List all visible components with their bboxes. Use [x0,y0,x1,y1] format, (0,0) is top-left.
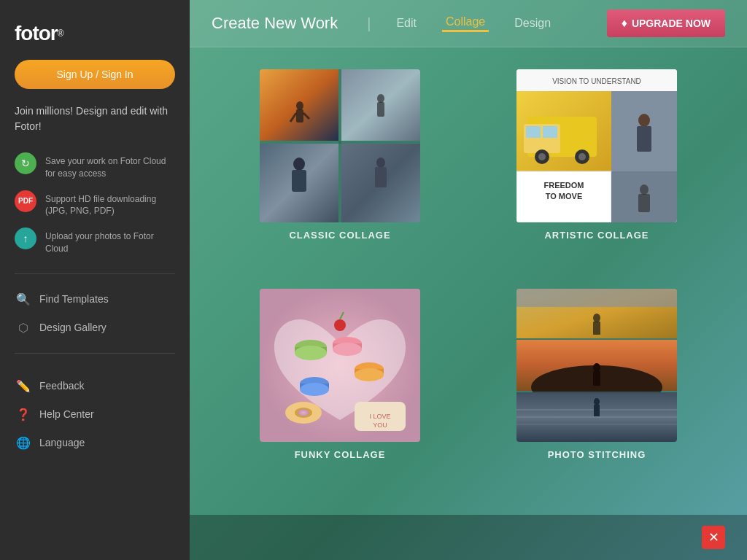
artistic-collage-label: ARTISTIC COLLAGE [544,230,649,241]
photo-stitching-image [516,289,677,442]
svg-point-30 [638,114,650,127]
svg-rect-69 [516,416,677,418]
sidebar-item-language[interactable]: 🌐 Language [7,429,182,457]
svg-point-44 [333,343,362,356]
close-button[interactable]: ✕ [702,526,725,549]
main-content: Create New Work | Edit Collage Design ♦ … [190,0,747,560]
artistic-collage-image: VISION TO UNDERSTAND [516,69,677,222]
svg-rect-16 [260,141,420,144]
feature-upload-text: Upload your photos to Fotor Cloud [45,228,175,255]
top-nav: Create New Work | Edit Collage Design ♦ … [190,0,747,47]
nav-collage[interactable]: Collage [442,15,489,32]
help-label: Help Center [39,408,94,420]
svg-rect-74 [516,391,677,392]
svg-rect-62 [593,322,600,335]
svg-point-13 [376,158,385,168]
svg-text:VISION TO UNDERSTAND: VISION TO UNDERSTAND [552,77,641,85]
divider-1 [15,273,175,274]
sidebar-item-label: Design Gallery [39,322,107,333]
photo-stitching-label: PHOTO STITCHING [548,449,646,460]
sidebar: fotor® Sign Up / Sign In Join millions! … [0,0,190,560]
signin-button[interactable]: Sign Up / Sign In [15,60,175,89]
sidebar-item-design-gallery[interactable]: ⬡ Design Gallery [7,314,182,342]
svg-point-61 [593,314,600,322]
logo-reg: ® [58,28,64,39]
logo: fotor [15,22,58,45]
svg-rect-14 [375,167,387,187]
upgrade-button[interactable]: ♦ UPGRADE NOW [607,9,725,37]
feature-upload: ↑ Upload your photos to Fotor Cloud [15,228,175,255]
upload-icon: ↑ [15,228,36,249]
artistic-collage-card[interactable]: VISION TO UNDERSTAND [476,69,718,274]
svg-rect-60 [516,289,677,307]
nav-separator: | [367,15,371,32]
help-icon: ❓ [16,408,31,421]
svg-point-2 [296,101,303,110]
svg-text:I LOVE: I LOVE [369,413,390,420]
svg-rect-66 [593,371,600,386]
feature-list: ↻ Save your work on Fotor Cloud for easy… [0,145,190,262]
sidebar-nav: 🔍 Find Templates ⬡ Design Gallery [0,285,190,342]
logo-area: fotor® [0,15,190,60]
funky-collage-image: I LOVE YOU [260,289,420,442]
svg-rect-11 [292,170,306,192]
svg-point-57 [334,319,346,331]
sidebar-item-find-templates[interactable]: 🔍 Find Templates [7,285,182,314]
svg-rect-8 [377,102,384,117]
svg-point-41 [295,346,327,360]
svg-rect-37 [638,194,650,212]
globe-icon: 🌐 [16,436,31,450]
svg-point-65 [593,363,600,372]
svg-rect-23 [526,126,541,138]
sidebar-item-label: Find Templates [39,293,109,305]
svg-text:TO MOVE: TO MOVE [546,192,583,201]
svg-point-28 [578,153,586,160]
svg-rect-31 [637,126,651,152]
svg-point-26 [538,153,546,160]
collage-grid: CLASSIC COLLAGE VISION TO UNDERSTAND [190,47,747,515]
svg-rect-70 [516,424,677,425]
svg-rect-3 [296,109,303,122]
close-bar: ✕ [190,515,747,560]
svg-point-10 [293,158,305,171]
feedback-label: Feedback [39,380,84,392]
edit-icon: ✏️ [16,379,31,393]
photo-stitching-card[interactable]: PHOTO STITCHING [476,289,718,494]
page-title: Create New Work [212,14,338,33]
diamond-icon: ♦ [622,17,627,30]
sync-icon: ↻ [15,152,36,174]
svg-rect-73 [516,338,677,340]
upgrade-label: UPGRADE NOW [632,18,711,29]
svg-point-53 [298,409,309,416]
search-icon: 🔍 [16,292,31,306]
nav-design[interactable]: Design [511,17,554,30]
svg-text:FREEDOM: FREEDOM [544,181,584,190]
svg-rect-15 [338,69,341,222]
classic-collage-image [260,69,420,222]
svg-point-71 [594,398,600,405]
language-label: Language [39,437,85,448]
pdf-icon: PDF [15,190,36,212]
sidebar-item-feedback[interactable]: ✏️ Feedback [7,372,182,400]
funky-collage-card[interactable]: I LOVE YOU FUNKY COLLAGE [219,289,461,494]
svg-rect-72 [594,405,600,416]
svg-point-50 [300,383,329,396]
svg-point-47 [355,368,384,381]
classic-collage-card[interactable]: CLASSIC COLLAGE [219,69,461,274]
nav-edit[interactable]: Edit [392,17,420,30]
classic-collage-label: CLASSIC COLLAGE [289,230,390,241]
svg-text:YOU: YOU [373,421,387,429]
sidebar-item-help[interactable]: ❓ Help Center [7,400,182,429]
divider-2 [15,353,175,354]
svg-point-7 [377,94,384,103]
feature-pdf-text: Support HD file downloading (JPG, PNG, P… [45,190,175,218]
join-text: Join millions! Design and edit with Foto… [0,104,190,145]
funky-collage-label: FUNKY COLLAGE [295,449,386,460]
sidebar-bottom: ✏️ Feedback ❓ Help Center 🌐 Language [0,372,190,457]
feature-pdf: PDF Support HD file downloading (JPG, PN… [15,190,175,218]
feature-cloud: ↻ Save your work on Fotor Cloud for easy… [15,152,175,180]
layers-icon: ⬡ [16,321,31,335]
feature-cloud-text: Save your work on Fotor Cloud for easy a… [45,152,175,180]
svg-point-36 [640,184,649,195]
svg-rect-24 [543,126,557,138]
